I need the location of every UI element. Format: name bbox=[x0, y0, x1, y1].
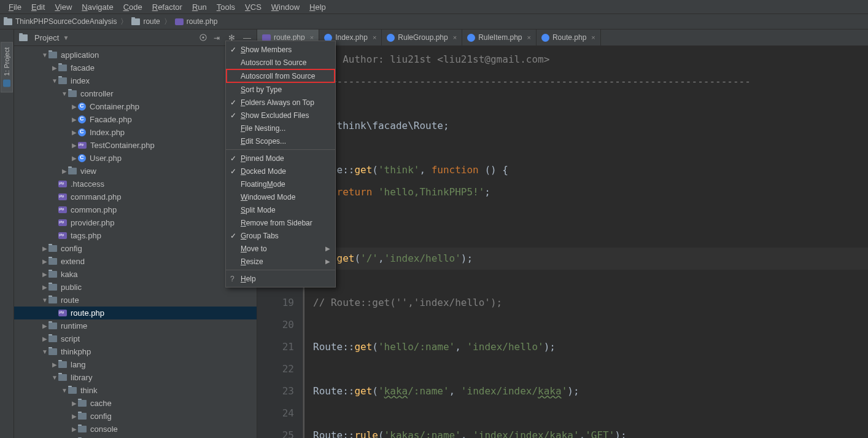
tree-item-public[interactable]: public bbox=[14, 281, 257, 294]
popup-floating-mode[interactable]: Floating Mode bbox=[226, 178, 335, 190]
project-tool-tab[interactable]: 1: Project bbox=[1, 42, 13, 92]
tree-arrow-icon[interactable] bbox=[71, 413, 78, 420]
tree-item-TestContainer-php[interactable]: TestContainer.php bbox=[14, 139, 257, 152]
tree-arrow-icon[interactable] bbox=[71, 426, 78, 432]
popup-sort-by-type[interactable]: Sort by Type bbox=[226, 83, 335, 96]
close-tab-icon[interactable]: × bbox=[373, 34, 376, 41]
scroll-from-source-icon[interactable] bbox=[199, 33, 207, 42]
tab-RuleItem-php[interactable]: RuleItem.php× bbox=[462, 29, 537, 45]
tree-item-runtime[interactable]: runtime bbox=[14, 319, 257, 332]
tree-arrow-icon[interactable] bbox=[41, 271, 48, 278]
popup-autoscroll-from-source[interactable]: Autoscroll from Source bbox=[226, 69, 335, 83]
tree-arrow-icon[interactable] bbox=[41, 335, 48, 342]
chevron-down-icon[interactable]: ▼ bbox=[63, 34, 69, 41]
popup-edit-scopes-[interactable]: Edit Scopes... bbox=[226, 135, 335, 147]
tree-item-route-php[interactable]: route.php bbox=[14, 307, 257, 319]
tree-item-kaka[interactable]: kaka bbox=[14, 268, 257, 281]
tree-item-Index-php[interactable]: Index.php bbox=[14, 126, 257, 139]
tab-Route-php[interactable]: Route.php× bbox=[537, 29, 601, 45]
menu-run[interactable]: Run bbox=[187, 2, 212, 12]
popup-help[interactable]: Help bbox=[226, 272, 335, 285]
menu-tools[interactable]: Tools bbox=[212, 2, 240, 12]
tree-arrow-icon[interactable] bbox=[61, 90, 68, 97]
tree-arrow-icon[interactable] bbox=[71, 155, 78, 162]
tree-arrow-icon[interactable] bbox=[41, 52, 48, 58]
popup-resize[interactable]: Resize▶ bbox=[226, 255, 335, 268]
tree-item-tags-php[interactable]: tags.php bbox=[14, 229, 257, 242]
code-content[interactable]: // | Author: liu21st <liu21st@gmail.com>… bbox=[309, 46, 868, 438]
tree-arrow-icon[interactable] bbox=[41, 323, 48, 329]
menu-vcs[interactable]: VCS bbox=[240, 2, 266, 12]
breadcrumb-file[interactable]: route.php bbox=[187, 17, 218, 26]
tree-item-think[interactable]: think bbox=[14, 384, 257, 397]
tree-item-index[interactable]: index bbox=[14, 74, 257, 87]
popup-move-to[interactable]: Move to▶ bbox=[226, 242, 335, 255]
close-tab-icon[interactable]: × bbox=[527, 34, 531, 41]
tree-item-library[interactable]: library bbox=[14, 371, 257, 384]
tree-item-config[interactable]: config bbox=[14, 242, 257, 255]
tab-RuleGroup-php[interactable]: RuleGroup.php× bbox=[382, 29, 462, 45]
tree-item-db[interactable]: db bbox=[14, 436, 257, 438]
tree-arrow-icon[interactable] bbox=[51, 374, 58, 381]
popup-autoscroll-to-source[interactable]: Autoscroll to Source bbox=[226, 56, 335, 69]
sidebar-title[interactable]: Project bbox=[34, 33, 59, 42]
tree-arrow-icon[interactable] bbox=[41, 284, 48, 291]
close-tab-icon[interactable]: × bbox=[591, 34, 595, 41]
popup-show-excluded-files[interactable]: Show Excluded Files bbox=[226, 109, 335, 122]
code-area[interactable]: 891011121314151617181920212223242526 // … bbox=[257, 46, 868, 438]
tree-item-controller[interactable]: controller bbox=[14, 87, 257, 100]
menu-refactor[interactable]: Refactor bbox=[147, 2, 187, 12]
tree-item-provider-php[interactable]: provider.php bbox=[14, 216, 257, 229]
tree-item-console[interactable]: console bbox=[14, 423, 257, 436]
popup-remove-from-sidebar[interactable]: Remove from Sidebar bbox=[226, 216, 335, 229]
menu-edit[interactable]: Edit bbox=[26, 2, 50, 12]
tree-item-Container-php[interactable]: Container.php bbox=[14, 100, 257, 113]
project-tree[interactable]: applicationfacadeindexcontrollerContaine… bbox=[14, 46, 257, 438]
popup-docked-mode[interactable]: Docked Mode bbox=[226, 165, 335, 178]
tree-item-script[interactable]: script bbox=[14, 332, 257, 345]
tree-item-Facade-php[interactable]: Facade.php bbox=[14, 113, 257, 126]
popup-pinned-mode[interactable]: Pinned Mode bbox=[226, 152, 335, 165]
menu-window[interactable]: Window bbox=[266, 2, 304, 12]
tree-item-User-php[interactable]: User.php bbox=[14, 152, 257, 165]
collapse-all-icon[interactable] bbox=[214, 33, 222, 42]
menu-code[interactable]: Code bbox=[118, 2, 147, 12]
menu-view[interactable]: View bbox=[50, 2, 77, 12]
tree-arrow-icon[interactable] bbox=[61, 168, 68, 174]
tree-arrow-icon[interactable] bbox=[71, 116, 78, 123]
popup-split-mode[interactable]: Split Mode bbox=[226, 203, 335, 216]
tree-item-common-php[interactable]: common.php bbox=[14, 203, 257, 216]
tree-item-application[interactable]: application bbox=[14, 49, 257, 61]
tree-item-view[interactable]: view bbox=[14, 165, 257, 178]
tree-arrow-icon[interactable] bbox=[41, 348, 48, 355]
tree-item-thinkphp[interactable]: thinkphp bbox=[14, 345, 257, 358]
tree-arrow-icon[interactable] bbox=[71, 129, 78, 136]
tree-item-cache[interactable]: cache bbox=[14, 397, 257, 410]
breadcrumb-project[interactable]: ThinkPHPSourceCodeAnalysis bbox=[15, 17, 117, 26]
tree-arrow-icon[interactable] bbox=[51, 77, 58, 84]
tree-item-command-php[interactable]: command.php bbox=[14, 190, 257, 203]
tree-item-extend[interactable]: extend bbox=[14, 255, 257, 268]
tree-arrow-icon[interactable] bbox=[41, 245, 48, 252]
tree-arrow-icon[interactable] bbox=[71, 142, 78, 149]
tree-item-config[interactable]: config bbox=[14, 410, 257, 423]
popup-windowed-mode[interactable]: Windowed Mode bbox=[226, 190, 335, 203]
menu-file[interactable]: File bbox=[4, 2, 26, 12]
close-tab-icon[interactable]: × bbox=[453, 34, 457, 41]
tree-arrow-icon[interactable] bbox=[41, 258, 48, 265]
menu-navigate[interactable]: Navigate bbox=[77, 2, 118, 12]
breadcrumb-folder[interactable]: route bbox=[143, 17, 160, 26]
tree-item--htaccess[interactable]: .htaccess bbox=[14, 178, 257, 190]
tree-arrow-icon[interactable] bbox=[61, 387, 68, 394]
popup-show-members[interactable]: Show Members bbox=[226, 43, 335, 56]
menu-help[interactable]: Help bbox=[304, 2, 331, 12]
popup-file-nesting-[interactable]: File Nesting... bbox=[226, 122, 335, 135]
tree-arrow-icon[interactable] bbox=[71, 400, 78, 407]
tree-item-facade[interactable]: facade bbox=[14, 61, 257, 74]
tree-arrow-icon[interactable] bbox=[71, 103, 78, 110]
tree-item-route[interactable]: route bbox=[14, 294, 257, 307]
popup-folders-always-on-top[interactable]: Folders Always on Top bbox=[226, 96, 335, 109]
popup-group-tabs[interactable]: Group Tabs bbox=[226, 229, 335, 242]
tree-arrow-icon[interactable] bbox=[41, 297, 48, 303]
tree-arrow-icon[interactable] bbox=[51, 65, 58, 71]
